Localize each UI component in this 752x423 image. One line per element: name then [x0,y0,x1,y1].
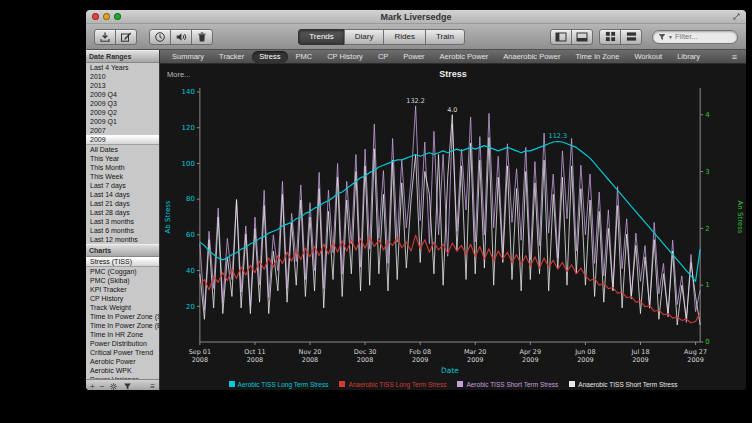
titlebar[interactable]: Mark Liversedge [86,10,746,24]
sidebar-item-this-year[interactable]: This Year [86,154,159,163]
sidebar-funnel-icon[interactable] [123,382,132,391]
compose-button[interactable] [115,29,137,45]
tile-view-icon [605,31,616,42]
sidebar-item-2009-q3[interactable]: 2009 Q3 [86,99,159,108]
sidebar-item-pmc-coggan[interactable]: PMC (Coggan) [86,267,159,276]
svg-text:Feb 08: Feb 08 [409,348,431,356]
stack-view-button[interactable] [620,29,642,45]
tile-view-button[interactable] [599,29,621,45]
sidebar-section-date-ranges[interactable]: Date Ranges [86,50,159,63]
sidebar-item-critical-power-trend[interactable]: Critical Power Trend [86,348,159,357]
tab-summary[interactable]: Summary [165,51,211,63]
minimize-button[interactable] [103,13,110,20]
activity-button-group [94,29,137,45]
download-button[interactable] [94,29,116,45]
svg-text:Oct 11: Oct 11 [244,348,265,356]
sidebar-item-2009-q4[interactable]: 2009 Q4 [86,90,159,99]
svg-text:112.3: 112.3 [549,132,567,140]
sidebar-item-last-6-months[interactable]: Last 6 months [86,226,159,235]
sidebar-item-aerobic-power[interactable]: Aerobic Power [86,357,159,366]
sidebar-item-2009-q1[interactable]: 2009 Q1 [86,117,159,126]
svg-text:132.2: 132.2 [406,97,424,105]
filter-dropdown-icon[interactable]: ▼ [668,34,673,40]
sidebar-item-track-weight[interactable]: Track Weight [86,303,159,312]
sidebar-item-stress-tiss[interactable]: Stress (TISS) [86,257,159,267]
legend-label: Anaerobic TISS Long Term Stress [348,381,446,388]
sidebar-item-2013[interactable]: 2013 [86,81,159,90]
sidebar-item-time-in-power-zone-bar[interactable]: Time In Power Zone (Bar) [86,321,159,330]
svg-text:2009: 2009 [467,356,483,364]
tools-icon[interactable] [109,382,118,391]
more-link[interactable]: More... [167,70,190,79]
svg-text:2008: 2008 [247,356,263,364]
sidebar-item-last-12-months[interactable]: Last 12 months [86,235,159,244]
tab-time-in-zone[interactable]: Time In Zone [568,51,626,63]
app-window: Mark Liversedge [85,9,747,391]
tabbar-menu-icon[interactable]: ≡ [728,52,741,62]
sidebar: Date RangesLast 4 Years201020132009 Q420… [86,50,160,391]
filter-input[interactable] [675,32,732,41]
sidebar-item-time-in-hr-zone[interactable]: Time In HR Zone [86,330,159,339]
svg-text:80: 80 [186,195,195,203]
tab-cp-history[interactable]: CP History [320,51,370,63]
legend-item-aerobic-tiss-long-term-stress: Aerobic TISS Long Term Stress [229,381,329,388]
tab-pmc[interactable]: PMC [289,51,320,63]
sidebar-item-2009[interactable]: 2009 [86,135,159,145]
sidebar-item-this-week[interactable]: This Week [86,172,159,181]
remove-button[interactable]: − [100,381,105,392]
sidebar-section-charts[interactable]: Charts [86,244,159,257]
tab-aerobic-power[interactable]: Aerobic Power [433,51,496,63]
sidebar-item-last-28-days[interactable]: Last 28 days [86,208,159,217]
sidebar-item-2010[interactable]: 2010 [86,72,159,81]
svg-text:20: 20 [186,303,195,311]
svg-text:140: 140 [182,88,195,96]
legend-label: Anaerobic TISS Short Term Stress [578,381,677,388]
svg-text:Aug 27: Aug 27 [684,348,707,356]
svg-text:Apr 29: Apr 29 [520,348,541,356]
sidebar-item-last-21-days[interactable]: Last 21 days [86,199,159,208]
svg-text:2009: 2009 [412,356,428,364]
sidebar-item-all-dates[interactable]: All Dates [86,145,159,154]
legend-swatch [229,381,235,387]
fullscreen-icon[interactable] [732,12,741,21]
sidebar-item-aerobic-wpk[interactable]: Aerobic WPK [86,366,159,375]
speaker-button[interactable] [170,29,192,45]
sidebar-item-kpi-tracker[interactable]: KPI Tracker [86,285,159,294]
sidebar-item-pmc-skiba[interactable]: PMC (Skiba) [86,276,159,285]
add-button[interactable]: + [90,381,95,392]
tab-library[interactable]: Library [670,51,707,63]
sidebar-toggle-button[interactable] [550,29,572,45]
sidebar-item-cp-history[interactable]: CP History [86,294,159,303]
sidebar-item-last-3-months[interactable]: Last 3 months [86,217,159,226]
tab-stress[interactable]: Stress [252,51,287,63]
legend-label: Aerobic TISS Short Term Stress [466,381,558,388]
stress-chart: 2040608010012014001234Sep 012008Oct 1120… [160,84,746,376]
view-tab-diary[interactable]: Diary [344,29,385,45]
tab-power[interactable]: Power [396,51,431,63]
view-tab-train[interactable]: Train [425,29,465,45]
sidebar-menu-icon[interactable]: ≡ [150,381,155,392]
zoom-button[interactable] [114,13,121,20]
sidebar-item-2009-q2[interactable]: 2009 Q2 [86,108,159,117]
chart-title: Stress [160,69,746,79]
close-button[interactable] [92,13,99,20]
sidebar-item-power-distribution[interactable]: Power Distribution [86,339,159,348]
sidebar-pane-icon [555,32,567,42]
clock-button[interactable] [149,29,171,45]
download-icon [99,31,111,43]
details-toggle-button[interactable] [571,29,593,45]
sidebar-item-last-4-years[interactable]: Last 4 Years [86,63,159,72]
sidebar-item-last-14-days[interactable]: Last 14 days [86,190,159,199]
tab-anaerobic-power[interactable]: Anaerobic Power [496,51,567,63]
trash-button[interactable] [191,29,213,45]
sidebar-item-time-in-power-zone-stacked[interactable]: Time In Power Zone (Stacked) [86,312,159,321]
tab-tracker[interactable]: Tracker [212,51,251,63]
filter-field[interactable]: ▼ [652,30,738,44]
sidebar-item-2007[interactable]: 2007 [86,126,159,135]
tab-workout[interactable]: Workout [627,51,669,63]
view-tab-trends[interactable]: Trends [298,29,345,45]
sidebar-item-last-7-days[interactable]: Last 7 days [86,181,159,190]
sidebar-item-this-month[interactable]: This Month [86,163,159,172]
tab-cp[interactable]: CP [371,51,395,63]
view-tab-rides[interactable]: Rides [383,29,425,45]
